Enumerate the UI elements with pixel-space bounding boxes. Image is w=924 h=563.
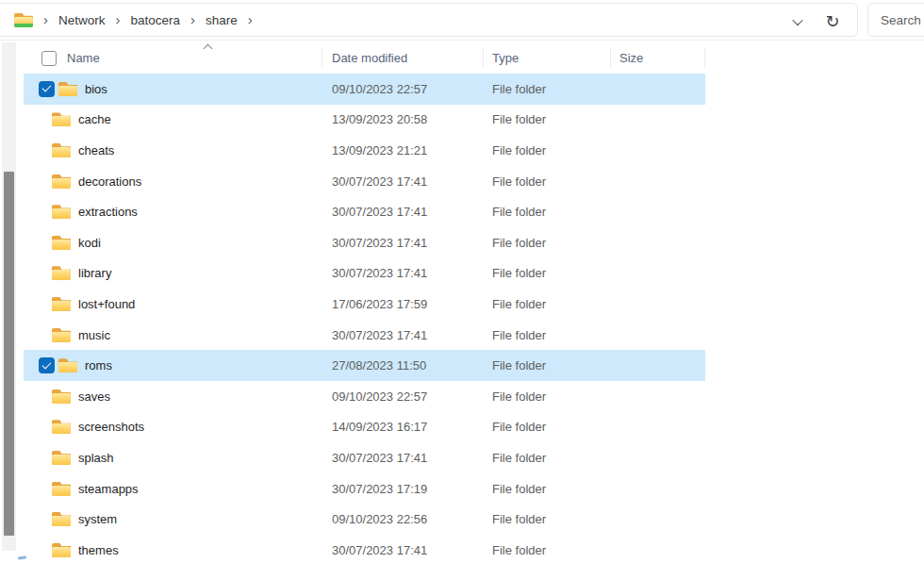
folder-icon [52, 543, 71, 557]
name-cell: cheats [24, 135, 322, 166]
size-cell [611, 535, 705, 563]
table-row[interactable]: steamapps30/07/2023 17:19File folder [24, 473, 705, 505]
name-cell: saves [24, 381, 322, 412]
table-row[interactable]: kodi30/07/2023 17:41File folder [24, 227, 705, 258]
checked-checkbox[interactable] [39, 81, 55, 97]
folder-icon [52, 174, 71, 189]
column-header-label: Date modified [332, 51, 407, 65]
type-cell: File folder [484, 227, 611, 258]
type-cell: File folder [484, 135, 611, 166]
table-row[interactable]: bios09/10/2023 22:57File folder [24, 74, 705, 105]
type-cell: File folder [484, 350, 611, 381]
select-all-checkbox[interactable] [41, 51, 57, 66]
type-cell: File folder [484, 166, 611, 197]
date-modified-cell: 09/10/2023 22:56 [322, 504, 484, 535]
table-row[interactable]: decorations30/07/2023 17:41File folder [24, 166, 705, 197]
folder-icon [52, 297, 71, 311]
breadcrumb-item-batocera[interactable]: batocera [129, 9, 183, 31]
size-cell [611, 350, 705, 381]
table-row[interactable]: extractions30/07/2023 17:41File folder [24, 196, 705, 227]
address-bar[interactable]: ›Network›batocera›share› ↻ [0, 3, 858, 37]
name-cell: steamapps [24, 473, 322, 505]
folder-icon [52, 205, 71, 219]
date-modified-cell: 30/07/2023 17:41 [322, 320, 484, 351]
breadcrumb-item-Network[interactable]: Network [57, 9, 107, 31]
breadcrumb-item-share[interactable]: share [204, 9, 239, 31]
column-header-type[interactable]: Type [484, 42, 611, 74]
name-cell: kodi [24, 227, 322, 258]
name-cell: splash [24, 442, 322, 473]
folder-icon [52, 236, 71, 250]
file-name: bios [85, 82, 107, 96]
table-row[interactable]: cache13/09/2023 20:58File folder [24, 105, 705, 136]
file-name: lost+found [78, 297, 135, 311]
vertical-scrollbar[interactable] [2, 42, 16, 551]
file-name: screenshots [78, 420, 144, 434]
name-cell: music [24, 320, 322, 351]
file-name: kodi [78, 236, 101, 250]
name-cell: cache [24, 105, 322, 136]
size-cell [611, 258, 705, 290]
type-cell: File folder [484, 442, 611, 473]
table-row[interactable]: music30/07/2023 17:41File folder [24, 320, 705, 351]
name-cell: library [24, 258, 322, 290]
type-cell: File folder [484, 412, 611, 443]
date-modified-cell: 30/07/2023 17:41 [322, 196, 484, 227]
file-name: themes [78, 543, 119, 557]
search-placeholder: Search sha [881, 13, 924, 27]
refresh-button[interactable]: ↻ [821, 9, 844, 34]
date-modified-cell: 09/10/2023 22:57 [322, 381, 484, 412]
date-modified-cell: 30/07/2023 17:41 [322, 227, 484, 258]
folder-icon [52, 112, 71, 126]
folder-icon [52, 266, 71, 280]
name-cell: lost+found [24, 289, 322, 320]
folder-icon [52, 389, 71, 404]
name-cell: themes [24, 535, 322, 563]
checked-checkbox[interactable] [39, 357, 55, 373]
size-cell [611, 504, 705, 535]
column-header-date-modified[interactable]: Date modified [322, 42, 484, 74]
breadcrumb-separator: › [248, 12, 253, 28]
date-modified-cell: 30/07/2023 17:41 [322, 166, 484, 197]
file-name: roms [85, 358, 112, 373]
table-row[interactable]: system09/10/2023 22:56File folder [24, 504, 705, 535]
file-name: decorations [78, 174, 141, 189]
address-dropdown-button[interactable] [787, 11, 808, 32]
breadcrumb-separator: › [190, 12, 195, 28]
date-modified-cell: 14/09/2023 16:17 [322, 412, 484, 443]
size-cell [611, 74, 705, 105]
file-name: music [78, 328, 110, 342]
table-row[interactable]: splash30/07/2023 17:41File folder [24, 442, 705, 473]
column-header-label: Name [67, 51, 100, 65]
file-name: splash [78, 451, 114, 465]
table-row[interactable]: library30/07/2023 17:41File folder [24, 258, 705, 290]
table-row[interactable]: themes30/07/2023 17:41File folder [24, 535, 705, 563]
name-cell: screenshots [24, 412, 322, 443]
toolbar: ›Network›batocera›share› ↻ Search sha [0, 0, 924, 41]
breadcrumb-separator: › [116, 12, 121, 28]
file-name: steamapps [78, 482, 139, 496]
folder-icon [52, 451, 71, 465]
name-cell: bios [24, 74, 322, 105]
size-cell [611, 412, 705, 443]
table-row[interactable]: lost+found17/06/2023 17:59File folder [24, 289, 705, 320]
date-modified-cell: 27/08/2023 11:50 [322, 350, 484, 381]
name-cell: extractions [24, 196, 322, 227]
size-cell [611, 381, 705, 412]
search-box[interactable]: Search sha [867, 3, 924, 37]
date-modified-cell: 30/07/2023 17:19 [322, 473, 484, 505]
scrollbar-thumb[interactable] [4, 172, 14, 536]
size-cell [611, 135, 705, 166]
table-row[interactable]: screenshots14/09/2023 16:17File folder [24, 412, 705, 443]
table-row[interactable]: roms27/08/2023 11:50File folder [24, 350, 705, 381]
column-header-name[interactable]: Name [24, 42, 322, 74]
table-row[interactable]: saves09/10/2023 22:57File folder [24, 381, 705, 412]
table-row[interactable]: cheats13/09/2023 21:21File folder [24, 135, 705, 166]
file-name: saves [78, 389, 110, 404]
type-cell: File folder [484, 196, 611, 227]
size-cell [611, 320, 705, 351]
breadcrumb: ›Network›batocera›share› [35, 9, 261, 31]
file-name: cache [78, 112, 111, 126]
column-header-size[interactable]: Size [611, 42, 705, 74]
date-modified-cell: 30/07/2023 17:41 [322, 258, 484, 290]
